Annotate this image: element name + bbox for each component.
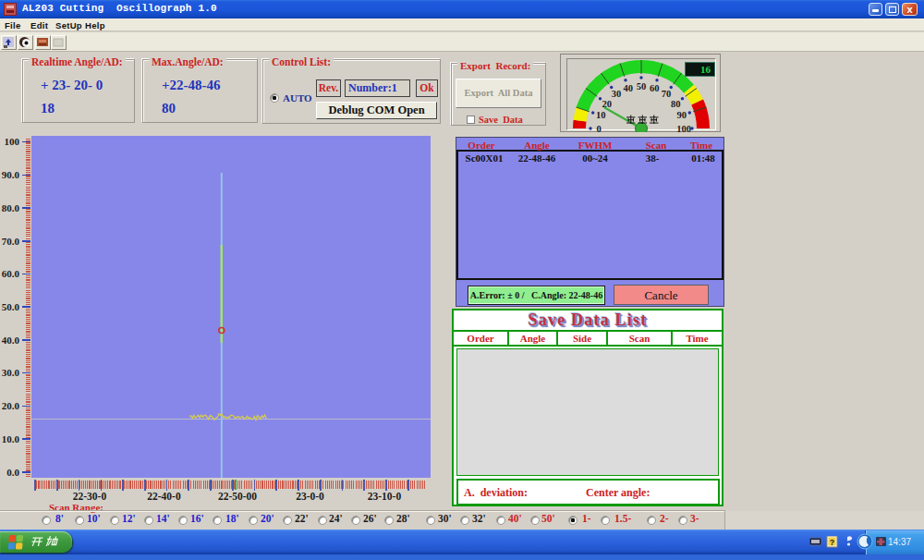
svg-text:?: ? bbox=[830, 538, 835, 547]
